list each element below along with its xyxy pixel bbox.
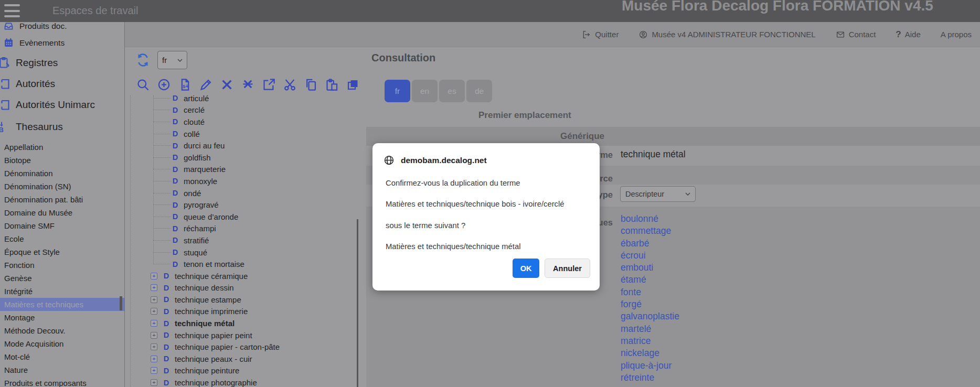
delete-branch-icon[interactable] xyxy=(241,78,255,92)
expand-plus-icon[interactable]: + xyxy=(151,296,157,303)
specific-term-link[interactable]: ébarbé xyxy=(621,238,679,250)
language-tab[interactable]: en xyxy=(412,80,438,102)
tree-item[interactable]: + D pyrogravé xyxy=(125,199,359,211)
expand-plus-icon[interactable]: + xyxy=(151,367,157,374)
specific-term-link[interactable]: galvanoplastie xyxy=(621,310,679,322)
expand-plus-icon[interactable]: + xyxy=(151,379,157,386)
expand-plus-icon[interactable]: + xyxy=(151,356,157,362)
add-synonym-icon[interactable]: s+ xyxy=(178,78,192,92)
add-term-icon[interactable] xyxy=(157,78,171,92)
specific-term-link[interactable]: embouti xyxy=(621,262,679,274)
specific-term-link[interactable]: plique-à-jour xyxy=(621,360,679,372)
tree-item[interactable]: + D technique estampe xyxy=(125,294,359,306)
expand-plus-icon[interactable]: + xyxy=(151,332,157,339)
hamburger-menu-icon[interactable] xyxy=(4,3,20,18)
thesaurus-list-item[interactable]: Ecole xyxy=(0,232,125,245)
tree-item[interactable]: + D articulé xyxy=(125,92,359,104)
tree-item[interactable]: + D technique papier - carton-pâte xyxy=(125,341,359,353)
tree-item[interactable]: + D monoxyle xyxy=(125,175,359,187)
expand-plus-icon[interactable]: + xyxy=(151,284,157,291)
tree-item[interactable]: + D technique métal xyxy=(125,317,359,329)
tree-item[interactable]: + D technique papier peint xyxy=(125,329,359,341)
tree-item[interactable]: + D technique céramique xyxy=(125,270,359,282)
thesaurus-list-item[interactable]: Dénomination (SN) xyxy=(0,180,125,193)
specific-term-link[interactable]: forgé xyxy=(621,298,679,310)
thesaurus-list-item[interactable]: Montage xyxy=(0,311,125,324)
tree-item[interactable]: + D cerclé xyxy=(125,104,359,116)
specific-term-link[interactable]: écroui xyxy=(621,250,679,262)
thesaurus-list-item[interactable]: Mode Acquisition xyxy=(0,337,125,350)
tree-item[interactable]: + D stratifié xyxy=(125,234,359,246)
sidebar-scrollbar-thumb[interactable] xyxy=(120,296,122,310)
tree-item[interactable]: + D collé xyxy=(125,128,359,140)
duplicate-icon[interactable] xyxy=(346,78,360,92)
expand-plus-icon[interactable]: + xyxy=(151,320,157,327)
tree-item[interactable]: + D technique peinture xyxy=(125,365,359,377)
thesaurus-list-item[interactable]: Genèse xyxy=(0,272,125,285)
thesaurus-list-item[interactable]: Domaine du Musée xyxy=(0,206,125,219)
tree-item[interactable]: + D stuqué xyxy=(125,246,359,259)
tree-scrollbar-thumb[interactable] xyxy=(357,219,358,387)
thesaurus-list-item[interactable]: Appellation xyxy=(0,141,125,154)
thesaurus-list-item[interactable]: Méthode Decouv. xyxy=(0,324,125,337)
tree-item[interactable]: + D queue d’aronde xyxy=(125,211,359,223)
tree-item[interactable]: + D tenon et mortaise xyxy=(125,258,359,270)
expand-plus-icon[interactable]: + xyxy=(151,343,157,350)
tree-item[interactable]: + D durci au feu xyxy=(125,139,359,152)
specific-term-link[interactable]: matrice xyxy=(621,335,679,347)
paste-icon[interactable] xyxy=(325,78,339,92)
quit-button[interactable]: Quitter xyxy=(582,30,619,39)
tree-item[interactable]: + D réchampi xyxy=(125,223,359,235)
ok-button[interactable]: OK xyxy=(513,259,539,278)
specific-term-link[interactable]: rétreinte xyxy=(621,372,679,384)
sidebar-item-thesaurus[interactable]: B Thesaurus xyxy=(0,121,63,133)
language-tab[interactable]: de xyxy=(466,80,492,102)
open-in-new-icon[interactable] xyxy=(262,78,276,92)
sidebar-item-evenements[interactable]: Evènements xyxy=(3,37,65,48)
current-user-button[interactable]: Musée v4 ADMINISTRATEUR FONCTIONNEL xyxy=(638,30,815,39)
thesaurus-list-item[interactable]: Époque et Style xyxy=(0,245,125,259)
tree-language-select[interactable]: fr xyxy=(157,51,187,69)
sidebar-item-autorites[interactable]: Autorités xyxy=(0,78,55,90)
thesaurus-list-item[interactable]: Dénomination pat. bâti xyxy=(0,193,125,206)
tree-item[interactable]: + D technique photographie xyxy=(125,377,359,387)
tree-item[interactable]: + D technique peaux - cuir xyxy=(125,353,359,365)
language-tab[interactable]: es xyxy=(439,80,465,102)
tree-item[interactable]: + D ondé xyxy=(125,187,359,199)
thesaurus-list-item[interactable]: Dénomination xyxy=(0,167,125,180)
specific-term-link[interactable]: nickelage xyxy=(621,347,679,359)
thesaurus-list-item[interactable]: Intégrité xyxy=(0,285,125,298)
specific-term-link[interactable]: étamé xyxy=(621,274,679,286)
copy-icon[interactable] xyxy=(304,78,318,92)
delete-icon[interactable] xyxy=(220,78,234,92)
specific-term-link[interactable]: martelé xyxy=(621,323,679,335)
tree-item[interactable]: + D marqueterie xyxy=(125,164,359,176)
cut-icon[interactable] xyxy=(283,78,297,92)
specific-term-link[interactable]: fonte xyxy=(621,286,679,298)
thesaurus-list-item[interactable]: Nature xyxy=(0,363,125,377)
specific-term-link[interactable]: boulonné xyxy=(621,213,679,225)
refresh-icon[interactable] xyxy=(136,53,150,67)
cancel-button[interactable]: Annuler xyxy=(545,259,590,278)
thesaurus-list-item[interactable]: Mot-clé xyxy=(0,350,125,363)
edit-icon[interactable] xyxy=(199,78,213,92)
tree-item[interactable]: + D goldfish xyxy=(125,152,359,164)
sidebar-item-registres[interactable]: Registres xyxy=(0,57,58,69)
expand-plus-icon[interactable]: + xyxy=(151,308,157,315)
thesaurus-list-item[interactable]: Produits et composants xyxy=(0,377,125,387)
thesaurus-list-item[interactable]: Biotope xyxy=(0,154,125,167)
thesaurus-list-item[interactable]: Domaine SMF xyxy=(0,219,125,232)
language-tab[interactable]: fr xyxy=(385,80,410,102)
contact-button[interactable]: Contact xyxy=(836,30,876,39)
thesaurus-list-item[interactable]: Matières et techniques xyxy=(0,298,125,311)
about-button[interactable]: A propos xyxy=(941,30,972,39)
type-select[interactable]: Descripteur xyxy=(620,186,696,202)
specific-term-link[interactable]: commettage xyxy=(621,225,679,237)
sidebar-item-autorites-unimarc[interactable]: Autorités Unimarc xyxy=(0,99,95,111)
tree-item[interactable]: + D technique dessin xyxy=(125,282,359,294)
tree-item[interactable]: + D technique imprimerie xyxy=(125,306,359,318)
search-icon[interactable] xyxy=(136,78,150,92)
help-button[interactable]: ? Aide xyxy=(896,29,920,40)
thesaurus-list-item[interactable]: Fonction xyxy=(0,259,125,272)
expand-plus-icon[interactable]: + xyxy=(151,273,157,280)
